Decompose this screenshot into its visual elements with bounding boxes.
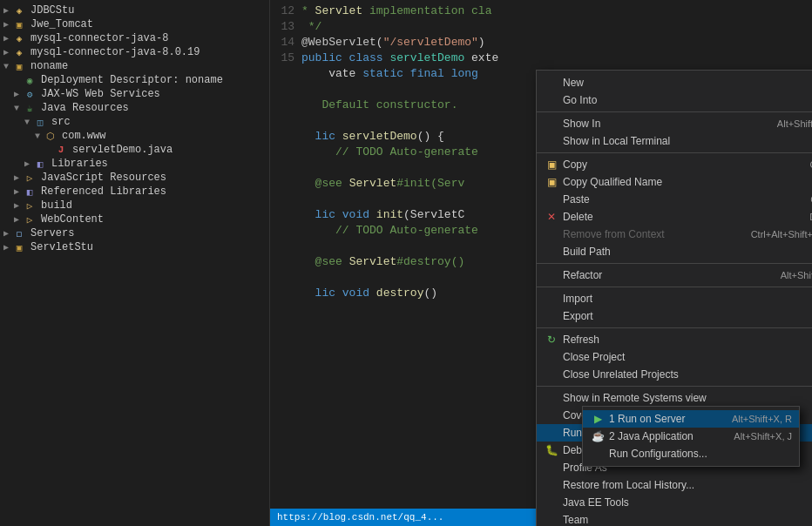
- submenu-item-run-configs[interactable]: Run Configurations...: [583, 445, 799, 462]
- submenu-item-java-application[interactable]: ☕2 Java ApplicationAlt+Shift+X, J: [583, 428, 799, 445]
- tree-item-libraries[interactable]: ▶◧Libraries: [0, 157, 269, 171]
- tree-item-referenced-lib[interactable]: ▶◧Referenced Libraries: [0, 185, 269, 199]
- line-number: [270, 129, 301, 145]
- folder-icon: ▷: [23, 213, 37, 226]
- tree-item-label: com.www: [62, 130, 105, 142]
- tree-arrow: ▼: [24, 118, 33, 127]
- tree-item-jwe-tomcat[interactable]: ▶▣Jwe_Tomcat: [0, 17, 269, 31]
- tree-item-webcontent[interactable]: ▶▷WebContent: [0, 212, 269, 226]
- menu-item-label: Paste: [563, 193, 590, 206]
- tree-item-label: build: [41, 199, 72, 212]
- tree-arrow: ▶: [14, 200, 23, 211]
- menu-item-show-local[interactable]: Show in Local Terminal▶: [537, 132, 812, 150]
- menu-item-show-in[interactable]: Show InAlt+Shift+W ▶: [537, 115, 812, 132]
- submenu-item-run-on-server[interactable]: ▶1 Run on ServerAlt+Shift+X, R: [583, 410, 799, 428]
- line-content: @see Servlet#destroy(): [301, 254, 464, 270]
- tree-arrow: ▶: [3, 228, 12, 239]
- menu-item-icon: [544, 479, 559, 491]
- menu-item-export[interactable]: Export▶: [537, 307, 812, 325]
- menu-item-icon: [544, 462, 559, 474]
- menu-item-refactor[interactable]: RefactorAlt+Shift+T ▶: [537, 266, 812, 284]
- menu-item-copy[interactable]: ▣CopyCtrl+C: [537, 156, 812, 173]
- tree-item-mysql-java-8[interactable]: ▶◈mysql-connector-java-8: [0, 31, 269, 45]
- line-content: // TODO Auto-generate: [301, 223, 478, 239]
- menu-item-show-remote[interactable]: Show in Remote Systems view: [537, 389, 812, 407]
- status-url: https://blog.csdn.net/qq_4...: [277, 512, 443, 523]
- line-number: [270, 223, 301, 239]
- line-content: [301, 239, 308, 254]
- menu-item-icon: [544, 409, 559, 421]
- tree-item-servletstu[interactable]: ▶▣ServletStu: [0, 240, 269, 254]
- tree-item-build[interactable]: ▶▷build: [0, 199, 269, 212]
- line-number: [270, 254, 301, 270]
- tree-item-label: JDBCStu: [30, 4, 74, 17]
- tree-item-servletdemo-java[interactable]: JservletDemo.java: [0, 143, 269, 157]
- menu-item-close-unrelated[interactable]: Close Unrelated Projects: [537, 366, 812, 383]
- tree-item-label: Referenced Libraries: [41, 185, 166, 198]
- tree-item-jdbcstu[interactable]: ▶◈JDBCStu: [0, 3, 269, 17]
- line-number: [270, 145, 301, 160]
- menu-item-restore-history[interactable]: Restore from Local History...: [537, 476, 812, 494]
- tree-item-noname[interactable]: ▼▣noname: [0, 59, 269, 73]
- tree-arrow: ▶: [14, 214, 23, 225]
- line-content: */: [301, 19, 321, 35]
- tree-item-servers[interactable]: ▶◻Servers: [0, 226, 269, 240]
- menu-item-java-ee-tools[interactable]: Java EE Tools▶: [537, 494, 812, 511]
- menu-item-label: Go Into: [563, 94, 597, 106]
- menu-item-close-project[interactable]: Close Project: [537, 348, 812, 366]
- line-number: [270, 286, 301, 301]
- tree-item-deploy-desc[interactable]: ◉Deployment Descriptor: noname: [0, 73, 269, 87]
- folder-icon: ▷: [23, 172, 37, 184]
- project-icon: ▣: [12, 241, 26, 253]
- submenu-item-label: Run Configurations...: [609, 448, 707, 460]
- tree-item-com-www[interactable]: ▼⬡com.www: [0, 129, 269, 143]
- menu-separator: [537, 287, 812, 287]
- tree-arrow: ▶: [3, 19, 12, 30]
- menu-item-icon: ↻: [544, 334, 559, 346]
- line-content: [301, 82, 308, 98]
- menu-item-label: Import: [563, 293, 592, 305]
- menu-item-icon: [544, 351, 559, 363]
- menu-item-build-path[interactable]: Build Path▶: [537, 243, 812, 260]
- menu-item-delete[interactable]: ✕DeleteDelete: [537, 208, 812, 226]
- tree-item-jax-ws[interactable]: ▶⚙JAX-WS Web Services: [0, 87, 269, 101]
- line-number: 13: [270, 19, 301, 35]
- menu-item-icon: [544, 310, 559, 322]
- menu-item-icon: [544, 368, 559, 381]
- line-number: [270, 270, 301, 286]
- line-content: [301, 113, 308, 129]
- menu-item-paste[interactable]: PasteCtrl+V: [537, 191, 812, 208]
- menu-item-icon: ▣: [544, 158, 559, 171]
- tree-arrow: ▶: [24, 158, 33, 169]
- menu-item-label: Refactor: [563, 269, 602, 281]
- tree-item-src[interactable]: ▼◫src: [0, 115, 269, 129]
- line-number: [270, 160, 301, 176]
- menu-item-import[interactable]: Import▶: [537, 290, 812, 307]
- tree-item-mysql-java-8019[interactable]: ▶◈mysql-connector-java-8.0.19: [0, 45, 269, 59]
- menu-item-copy-qualified[interactable]: ▣Copy Qualified Name: [537, 173, 812, 191]
- menu-separator: [537, 386, 812, 387]
- menu-item-icon: ✕: [544, 211, 559, 223]
- tree-item-label: WebContent: [41, 213, 104, 226]
- menu-separator: [537, 152, 812, 153]
- menu-item-go-into[interactable]: Go Into: [537, 91, 812, 109]
- tree-item-js-resources[interactable]: ▶▷JavaScript Resources: [0, 171, 269, 185]
- line-content: @see Servlet#init(Serv: [301, 176, 464, 192]
- code-line: 15public class servletDemo exte: [270, 51, 812, 66]
- tree-arrow: ▶: [14, 89, 23, 99]
- line-content: lic servletDemo() {: [301, 129, 444, 145]
- folder-icon: ▷: [23, 199, 37, 212]
- menu-item-remove-context[interactable]: Remove from ContextCtrl+Alt+Shift+Down: [537, 226, 812, 243]
- menu-item-team[interactable]: Team▶: [537, 511, 812, 526]
- menu-item-icon: [544, 392, 559, 404]
- menu-item-refresh[interactable]: ↻RefreshF5: [537, 331, 812, 348]
- line-number: [270, 66, 301, 82]
- menu-item-new[interactable]: New▶: [537, 74, 812, 91]
- tree-item-java-resources[interactable]: ▼☕Java Resources: [0, 101, 269, 115]
- line-content: vate static final long: [301, 66, 478, 82]
- menu-separator: [537, 327, 812, 328]
- tree-item-label: JAX-WS Web Services: [41, 88, 160, 100]
- menu-item-label: Show in Remote Systems view: [563, 392, 707, 404]
- menu-item-label: Export: [563, 310, 593, 322]
- submenu-shortcut: Alt+Shift+X, R: [732, 414, 792, 424]
